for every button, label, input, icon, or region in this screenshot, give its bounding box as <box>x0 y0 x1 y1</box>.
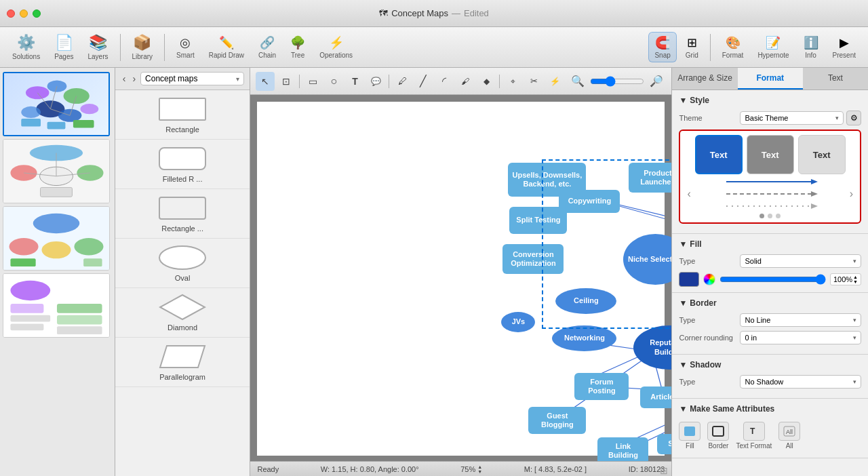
node-networking[interactable]: Networking <box>552 325 616 351</box>
minimize-button[interactable] <box>20 9 28 18</box>
style-card-2[interactable]: Text <box>747 135 794 174</box>
pages-button[interactable]: 📄 Pages <box>49 31 79 63</box>
node-product-launches[interactable]: Product Launches <box>629 163 671 193</box>
node-jvs[interactable]: JVs <box>501 312 535 332</box>
pen-tool[interactable]: 🖊 <box>393 72 412 91</box>
node-articles[interactable]: Articles <box>640 386 671 408</box>
smart-button[interactable]: ◎ Smart <box>171 33 200 62</box>
snap-button[interactable]: 🧲 Snap <box>648 32 676 62</box>
make-same-fill-button[interactable]: Fill <box>679 422 701 450</box>
node-conversion-opt[interactable]: Conversion Optimization <box>502 244 564 274</box>
node-split-testing[interactable]: Split Testing <box>509 207 567 234</box>
tab-arrange-size[interactable]: Arrange & Size <box>672 68 737 90</box>
present-button[interactable]: ▶ Present <box>827 33 861 62</box>
zoom-slider[interactable] <box>590 76 644 87</box>
dropdown-arrow-icon: ▾ <box>236 75 239 83</box>
node-ceiling[interactable]: Ceiling <box>555 288 616 314</box>
style-card-1[interactable]: Text <box>695 135 743 174</box>
oval-tool[interactable]: ○ <box>324 72 343 91</box>
tab-text[interactable]: Text <box>803 68 868 90</box>
title-icon: 🗺 <box>379 8 388 18</box>
text-tool[interactable]: T <box>345 72 364 91</box>
thumbnail-3[interactable] <box>3 206 110 271</box>
shape-name-diamond: Diamond <box>167 323 197 332</box>
tab-format[interactable]: Format <box>738 68 803 90</box>
subselect-tool[interactable]: ⊡ <box>277 72 296 91</box>
zoom-tool[interactable]: ⌖ <box>503 72 522 91</box>
color-picker-button[interactable] <box>703 273 715 285</box>
tree-button[interactable]: 🌳 Tree <box>285 33 311 62</box>
brush-tool[interactable]: 🖌 <box>456 72 475 91</box>
zoom-in-button[interactable]: 🔎 <box>647 72 666 91</box>
close-button[interactable] <box>7 9 15 18</box>
thumbnail-2[interactable] <box>3 139 110 203</box>
library-button[interactable]: 📦 Library <box>127 31 159 63</box>
fill-color-swatch[interactable] <box>679 272 699 287</box>
fill-header[interactable]: ▼ Fill <box>679 239 861 249</box>
node-reputation-building[interactable]: Reputation Building <box>633 325 671 370</box>
operations-button[interactable]: ⚡ Operations <box>314 33 358 62</box>
chain-button[interactable]: 🔗 Chain <box>253 33 281 62</box>
scissors-tool[interactable]: ✂ <box>524 72 543 91</box>
shape-item-parallelogram[interactable]: Parallelogram <box>115 338 250 387</box>
rapid-draw-button[interactable]: ✏️ Rapid Draw <box>203 33 250 62</box>
format-button[interactable]: 🎨 Format <box>717 33 749 62</box>
cards-prev-button[interactable]: ‹ <box>684 188 693 200</box>
style-card-3[interactable]: Text <box>798 135 846 174</box>
point-tool[interactable]: ◆ <box>477 72 496 91</box>
node-upsells[interactable]: Upsells, Downsells, Backend, etc. <box>508 163 586 197</box>
shadow-header[interactable]: ▼ Shadow <box>679 360 861 370</box>
border-header[interactable]: ▼ Border <box>679 298 861 308</box>
layers-button[interactable]: 📚 Layers <box>83 31 114 63</box>
theme-select[interactable]: Basic Theme ▾ <box>740 111 844 125</box>
make-same-text-format-button[interactable]: T Text Format <box>736 422 772 450</box>
thumbnail-1[interactable] <box>3 72 110 136</box>
node-niche-selection[interactable]: Niche Selection <box>623 234 671 285</box>
border-type-select[interactable]: No Line ▾ <box>740 313 861 327</box>
thumbnail-4[interactable] <box>3 273 110 338</box>
make-same-border-button[interactable]: Border <box>707 422 729 450</box>
shape-item-diamond[interactable]: Diamond <box>115 288 250 338</box>
action-tool[interactable]: ⚡ <box>545 72 564 91</box>
callout-tool[interactable]: 💬 <box>366 72 385 91</box>
zoom-stepper[interactable]: ▲ ▼ <box>477 464 482 474</box>
arc-tool[interactable]: ◜ <box>435 72 454 91</box>
shapes-nav-next[interactable]: › <box>130 73 138 84</box>
concept-canvas[interactable]: ProcessorAutoresponderDomainEmailInterne… <box>257 102 665 456</box>
node-forum-posting[interactable]: Forum Posting <box>574 373 629 400</box>
node-seo[interactable]: SEO <box>657 434 671 454</box>
canvas[interactable]: ProcessorAutoresponderDomainEmailInterne… <box>257 102 665 456</box>
rect-tool[interactable]: ▭ <box>303 72 322 91</box>
fill-type-select[interactable]: Solid ▾ <box>740 254 861 268</box>
solutions-button[interactable]: ⚙️ Solutions <box>7 31 45 63</box>
grid-button[interactable]: ⊞ Grid <box>680 33 704 62</box>
make-same-header[interactable]: ▼ Make Same Attributes <box>679 404 861 414</box>
shapes-dropdown[interactable]: Concept maps ▾ <box>140 72 244 85</box>
node-link-building[interactable]: Link Building <box>597 437 648 464</box>
maximize-button[interactable] <box>33 9 41 18</box>
corner-rounding-select[interactable]: 0 in ▾ <box>740 331 861 344</box>
opacity-slider[interactable] <box>719 274 825 285</box>
line-tool[interactable]: ╱ <box>414 72 433 91</box>
zoom-out-button[interactable]: 🔍 <box>568 72 587 91</box>
zoom-up-icon[interactable]: ▲ <box>477 464 482 469</box>
shape-item-oval[interactable]: Oval <box>115 239 250 288</box>
cards-next-button[interactable]: › <box>847 188 856 200</box>
resize-handle[interactable]: ⊞ <box>660 465 668 476</box>
make-same-all-button[interactable]: All All <box>778 422 800 450</box>
hypernote-button[interactable]: 📝 Hypernote <box>752 33 794 62</box>
shape-item-filleted-rect[interactable]: Filleted R ... <box>115 140 250 189</box>
canvas-area: ProcessorAutoresponderDomainEmailInterne… <box>250 95 671 476</box>
select-tool[interactable]: ↖ <box>256 72 275 91</box>
shapes-nav-prev[interactable]: ‹ <box>121 73 128 84</box>
info-button[interactable]: ℹ️ Info <box>798 33 824 62</box>
theme-settings-button[interactable]: ⚙ <box>846 111 861 125</box>
zoom-down-icon[interactable]: ▼ <box>477 469 482 474</box>
node-guest-blogging[interactable]: Guest Blogging <box>528 407 586 434</box>
present-icon: ▶ <box>840 35 849 50</box>
shape-item-rect-outline[interactable]: Rectangle ... <box>115 189 250 239</box>
style-header[interactable]: ▼ Style <box>679 96 861 105</box>
opacity-stepper[interactable]: ▲ ▼ <box>853 275 858 284</box>
shape-item-rectangle[interactable]: Rectangle <box>115 90 250 140</box>
shadow-type-select[interactable]: No Shadow ▾ <box>740 375 861 389</box>
